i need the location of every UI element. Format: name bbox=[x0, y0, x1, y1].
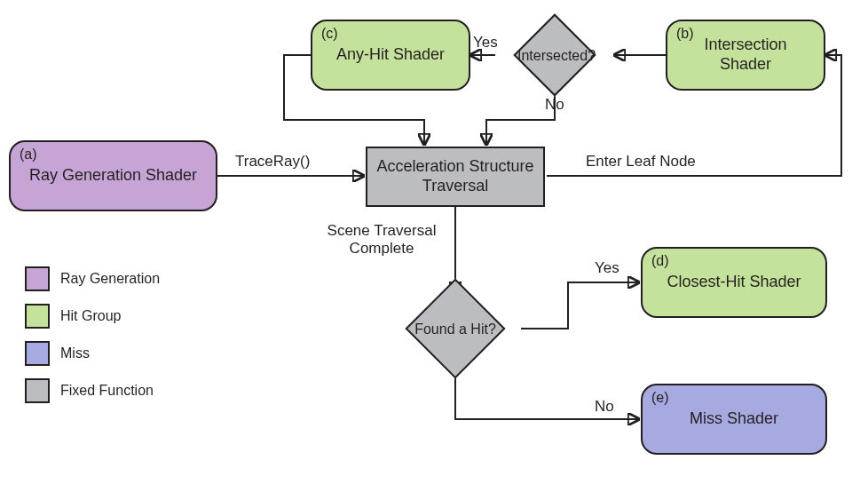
decision-intersected bbox=[513, 13, 596, 96]
node-acceleration-traversal: Acceleration Structure Traversal bbox=[366, 147, 545, 207]
legend-label: Fixed Function bbox=[60, 383, 154, 399]
node-tag: (c) bbox=[321, 25, 338, 42]
node-label: Acceleration Structure Traversal bbox=[376, 157, 533, 195]
legend-swatch bbox=[25, 304, 50, 329]
legend-item-miss: Miss bbox=[25, 341, 160, 366]
legend-label: Ray Generation bbox=[60, 271, 160, 287]
edge-label-found-no: No bbox=[595, 398, 614, 416]
node-label: Any-Hit Shader bbox=[336, 45, 445, 65]
legend-label: Miss bbox=[60, 345, 90, 361]
legend-item-raygen: Ray Generation bbox=[25, 266, 160, 291]
node-label: Intersection Shader bbox=[704, 36, 786, 74]
edge-label-traceray: TraceRay() bbox=[235, 153, 310, 171]
node-label: Miss Shader bbox=[690, 409, 778, 429]
node-tag: (d) bbox=[651, 252, 669, 269]
edge-label-scene-complete: Scene Traversal Complete bbox=[320, 222, 444, 258]
decision-found-hit bbox=[405, 278, 505, 378]
legend-swatch bbox=[25, 266, 50, 291]
node-label: Ray Generation Shader bbox=[29, 166, 197, 186]
node-tag: (b) bbox=[676, 25, 694, 42]
legend-label: Hit Group bbox=[60, 308, 121, 324]
node-intersection-shader: (b) Intersection Shader bbox=[666, 20, 825, 91]
edge-label-enter-leaf: Enter Leaf Node bbox=[586, 153, 696, 171]
legend: Ray Generation Hit Group Miss Fixed Func… bbox=[25, 266, 160, 416]
edge-label-intersected-yes: Yes bbox=[473, 34, 498, 52]
node-closest-hit-shader: (d) Closest-Hit Shader bbox=[641, 247, 827, 318]
legend-swatch bbox=[25, 341, 50, 366]
node-tag: (e) bbox=[651, 389, 669, 406]
edge-label-intersected-no: No bbox=[545, 96, 564, 114]
node-ray-generation-shader: (a) Ray Generation Shader bbox=[9, 140, 217, 211]
node-miss-shader: (e) Miss Shader bbox=[641, 384, 827, 455]
legend-swatch bbox=[25, 378, 50, 403]
legend-item-fixed: Fixed Function bbox=[25, 378, 160, 403]
edge-label-found-yes: Yes bbox=[595, 259, 619, 277]
legend-item-hitgroup: Hit Group bbox=[25, 304, 160, 329]
node-label: Closest-Hit Shader bbox=[667, 273, 801, 292]
node-tag: (a) bbox=[20, 146, 37, 163]
node-any-hit-shader: (c) Any-Hit Shader bbox=[311, 20, 470, 91]
